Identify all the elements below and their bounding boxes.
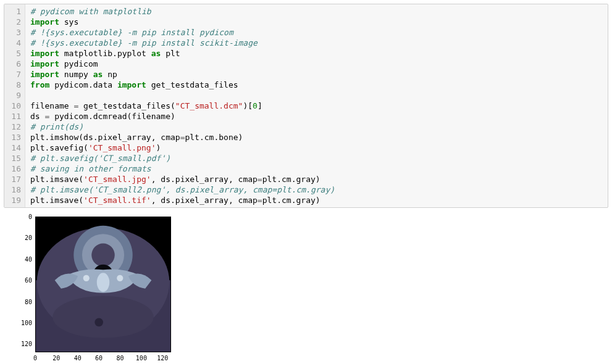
y-tick-label: 20 <box>25 234 32 241</box>
line-number: 11 <box>7 111 21 122</box>
x-tick-label: 60 <box>95 355 103 362</box>
code-line[interactable]: plt.savefig('CT_small.png') <box>30 143 603 153</box>
x-tick-label: 80 <box>116 355 124 362</box>
line-number: 5 <box>7 48 21 59</box>
code-line[interactable] <box>30 90 603 101</box>
line-number-gutter: 12345678910111213141516171819 <box>4 4 25 207</box>
code-line[interactable]: import sys <box>30 17 603 27</box>
svg-point-8 <box>83 275 90 281</box>
line-number: 17 <box>7 174 21 184</box>
line-number: 12 <box>7 122 21 132</box>
ct-scan-image <box>36 217 170 352</box>
line-number: 6 <box>7 59 21 69</box>
code-line[interactable]: from pydicom.data import get_testdata_fi… <box>30 80 603 90</box>
x-tick-label: 40 <box>74 355 82 362</box>
svg-point-9 <box>117 275 123 281</box>
line-number: 2 <box>7 17 21 27</box>
code-line[interactable]: filename = get_testdata_files("CT_small.… <box>30 101 603 111</box>
y-tick-label: 40 <box>25 255 32 262</box>
line-number: 9 <box>7 90 21 101</box>
code-line[interactable]: import numpy as np <box>30 69 603 80</box>
x-tick-label: 0 <box>33 355 37 362</box>
line-number: 13 <box>7 132 21 143</box>
svg-point-10 <box>52 296 154 338</box>
line-number: 8 <box>7 80 21 90</box>
line-number: 4 <box>7 38 21 48</box>
line-number: 14 <box>7 143 21 153</box>
svg-point-5 <box>91 244 114 267</box>
y-tick-label: 0 <box>28 213 32 220</box>
code-line[interactable]: import pydicom <box>30 59 603 69</box>
code-line[interactable]: # saving in other formats <box>30 163 603 174</box>
x-tick-label: 120 <box>157 355 168 362</box>
line-number: 1 <box>7 6 21 17</box>
code-line[interactable]: # !{sys.executable} -m pip install pydic… <box>30 27 603 38</box>
code-line[interactable]: plt.imsave('CT_small.jpg', ds.pixel_arra… <box>30 174 603 184</box>
y-tick-label: 120 <box>21 341 32 347</box>
x-tick-label: 20 <box>52 355 60 362</box>
code-line[interactable]: # plt.imsave('CT_small2.png', ds.pixel_a… <box>30 184 603 195</box>
svg-point-7 <box>97 273 109 292</box>
code-editor[interactable]: # pydicom with matplotlibimport sys# !{s… <box>25 4 608 207</box>
line-number: 16 <box>7 163 21 174</box>
code-line[interactable]: # !{sys.executable} -m pip install sciki… <box>30 38 603 48</box>
svg-point-11 <box>94 318 103 327</box>
y-tick-label: 60 <box>25 277 32 284</box>
line-number: 15 <box>7 153 21 163</box>
line-number: 19 <box>7 195 21 205</box>
y-tick-label: 100 <box>21 319 32 326</box>
plot-axes <box>35 217 171 352</box>
code-line[interactable]: # plt.savefig('CT_small.pdf') <box>30 153 603 163</box>
code-line[interactable]: import matplotlib.pyplot as plt <box>30 48 603 59</box>
code-cell[interactable]: 12345678910111213141516171819 # pydicom … <box>4 4 608 208</box>
line-number: 18 <box>7 184 21 195</box>
line-number: 10 <box>7 101 21 111</box>
line-number: 3 <box>7 27 21 38</box>
code-line[interactable]: plt.imsave('CT_small.tif', ds.pixel_arra… <box>30 195 603 205</box>
line-number: 7 <box>7 69 21 80</box>
code-line[interactable]: plt.imshow(ds.pixel_array, cmap=plt.cm.b… <box>30 132 603 143</box>
x-tick-label: 100 <box>136 355 147 362</box>
code-line[interactable]: # pydicom with matplotlib <box>30 6 603 17</box>
output-plot: 020406080100120 020406080100120 <box>7 217 171 364</box>
y-tick-label: 80 <box>25 298 32 305</box>
code-line[interactable]: # print(ds) <box>30 122 603 132</box>
code-line[interactable]: ds = pydicom.dcmread(filename) <box>30 111 603 122</box>
